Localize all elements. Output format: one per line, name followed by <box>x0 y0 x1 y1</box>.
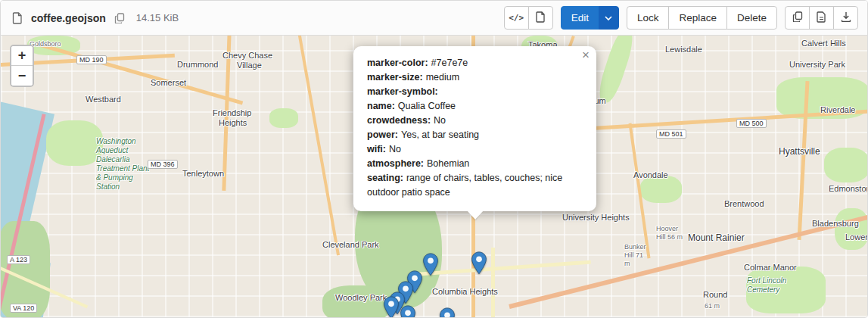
map-label: Fort Lincoln Cemetery <box>747 276 794 295</box>
route-shield: A 123 <box>7 255 30 264</box>
edit-split-button: Edit <box>561 6 619 30</box>
map-label: Columbia Heights <box>432 287 498 296</box>
map-label: Village <box>237 61 262 70</box>
route-shield: MD 500 <box>736 119 767 128</box>
map-label: Westbard <box>86 95 121 104</box>
park-area <box>824 148 867 182</box>
copy-file-path-icon[interactable] <box>112 11 127 26</box>
route-shield: MD 501 <box>656 129 686 139</box>
zoom-in-button[interactable]: + <box>11 46 33 66</box>
map-label: Washington Aqueduct Dalecarlia Treatment… <box>96 137 152 192</box>
popup-row: crowdedness:No <box>367 114 583 128</box>
display-source-button[interactable]: </> <box>504 6 529 30</box>
popup-row: name:Qualia Coffee <box>367 99 583 114</box>
map-label: Avondale <box>633 170 668 179</box>
map-label: Tenleytown <box>182 169 224 178</box>
map-label: Chevy Chase <box>222 51 272 60</box>
map-label: Round <box>703 290 727 299</box>
map-canvas[interactable]: Takoma Lewisdale Calvert Hills Universit… <box>1 36 867 317</box>
map-label: University Park <box>789 60 845 69</box>
file-viewer: coffee.geojson 14.15 KiB </> Edit <box>0 0 868 318</box>
popup-row: seating:range of chairs, tables, couches… <box>367 171 583 200</box>
map-label: Friendship <box>213 108 251 117</box>
park-area <box>640 176 682 203</box>
display-rendered-button[interactable] <box>528 6 553 30</box>
marker-pin[interactable] <box>400 305 416 317</box>
file-header: coffee.geojson 14.15 KiB </> Edit <box>1 1 867 36</box>
lock-button[interactable]: Lock <box>627 6 670 30</box>
road <box>39 43 244 105</box>
chevron-down-icon <box>605 12 612 23</box>
file-actions-group: Lock Replace Delete <box>627 6 777 30</box>
marker-pin[interactable] <box>383 296 400 317</box>
marker-pin[interactable] <box>422 253 439 276</box>
popup-close-icon[interactable]: × <box>582 48 590 61</box>
map-label: Goldsboro <box>30 40 61 48</box>
rendered-file-icon <box>536 11 546 25</box>
delete-button[interactable]: Delete <box>726 6 777 30</box>
popup-row: atmosphere:Bohemian <box>367 157 583 171</box>
edit-dropdown-button[interactable] <box>599 6 619 30</box>
view-toggle-group: </> <box>504 6 553 30</box>
file-name: coffee.geojson <box>31 12 106 24</box>
copy-contents-icon <box>792 11 803 24</box>
map-label: Calvert Hills <box>801 39 846 48</box>
road <box>491 248 495 317</box>
popup-row: marker-size:medium <box>367 70 583 85</box>
code-icon: </> <box>509 13 524 23</box>
park-area <box>835 208 867 250</box>
map-label: Heights <box>219 118 247 127</box>
route-shield: MD 190 <box>76 55 107 64</box>
marker-pin[interactable] <box>439 307 456 317</box>
zoom-out-button[interactable]: − <box>11 66 33 86</box>
map-label: University Heights <box>562 213 630 222</box>
map-label: Riverdale <box>820 105 855 114</box>
zoom-control: + − <box>10 45 34 87</box>
map-label: Drummond <box>177 60 218 69</box>
raw-actions-group <box>785 6 858 30</box>
map-label: Hyattsville <box>779 146 820 157</box>
park-area <box>595 36 637 105</box>
map-label: Edmonston <box>829 184 867 193</box>
replace-button[interactable]: Replace <box>668 6 727 30</box>
map-label: Hoover Hill 56 m <box>656 225 683 242</box>
map-label: 61 m <box>705 302 720 310</box>
map-label: Woodley Park <box>335 293 387 302</box>
popup-row: marker-symbol: <box>367 85 583 99</box>
map-label: Mount Rainier <box>688 232 745 243</box>
file-icon <box>10 11 25 26</box>
header-actions: </> Edit Lock Replace D <box>504 6 858 30</box>
edit-button[interactable]: Edit <box>561 6 599 30</box>
file-size: 14.15 KiB <box>136 12 179 23</box>
download-button[interactable] <box>833 6 858 30</box>
map-label: Lowende <box>845 232 867 242</box>
map-label: Bunker Hill 71 m <box>624 243 649 267</box>
open-raw-icon <box>817 11 826 25</box>
open-raw-button[interactable] <box>809 6 834 30</box>
park-area <box>46 120 103 166</box>
marker-pin[interactable] <box>471 251 487 275</box>
route-shield: VA 120 <box>10 304 37 313</box>
map-label: Bladensburg <box>812 219 859 228</box>
map-label: Colmar Manor <box>744 263 797 272</box>
route-shield: MD 396 <box>148 160 178 169</box>
popup-tail <box>467 210 484 220</box>
copy-contents-button[interactable] <box>785 6 810 30</box>
feature-popup: × marker-color:#7e7e7e marker-size:mediu… <box>353 46 596 211</box>
park-area <box>269 108 298 128</box>
road <box>297 36 340 255</box>
map-label: Lewisdale <box>665 45 702 54</box>
popup-row: wifi:No <box>367 142 583 157</box>
popup-row: power:Yes, at bar seating <box>367 128 583 142</box>
map-label: Somerset <box>151 78 186 87</box>
download-icon <box>841 11 851 24</box>
map-label: Brentwood <box>724 199 764 208</box>
popup-row: marker-color:#7e7e7e <box>367 56 583 70</box>
map-label: Cleveland Park <box>322 240 379 249</box>
